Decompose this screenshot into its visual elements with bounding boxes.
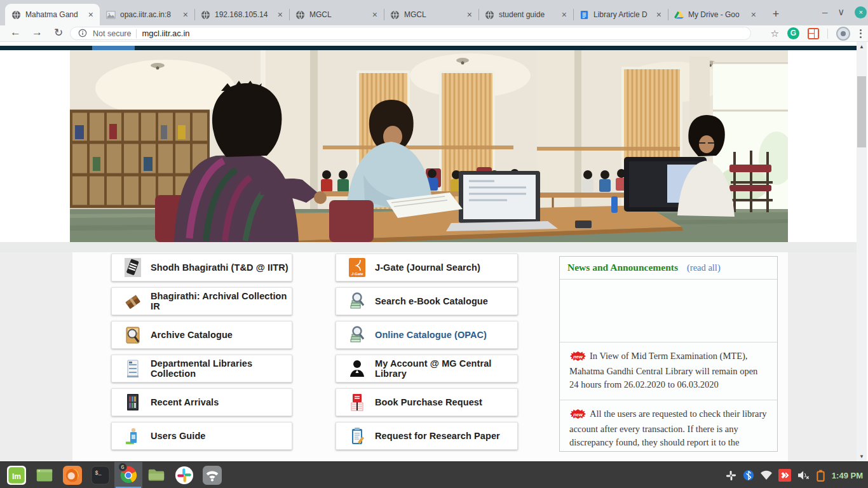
tray-anydesk-icon[interactable]	[778, 469, 791, 482]
profile-avatar[interactable]	[836, 27, 850, 41]
news-title: News and Announcements	[567, 262, 678, 273]
quick-link-j-gate-journal-search[interactable]: J-GateJ-Gate (Journal Search)	[336, 254, 518, 281]
tab-mgcl[interactable]: MGCL×	[289, 4, 384, 25]
read-all-link[interactable]: (read all)	[687, 262, 721, 273]
red-book-icon	[349, 393, 365, 412]
quick-link-recent-arrivals[interactable]: Recent Arrivals	[111, 388, 292, 416]
quick-link-online-catalogue-opac[interactable]: Online Catalogue (OPAC)	[336, 321, 518, 349]
quick-link-search-e-book-catalogue[interactable]: Search e-Book Catalogue	[336, 287, 518, 315]
address-bar[interactable]: Not secure mgcl.iitr.ac.in	[70, 27, 751, 40]
scrollbar-thumb[interactable]	[857, 76, 866, 147]
back-button[interactable]: ←	[10, 26, 21, 39]
tab-mahatma-gand[interactable]: Mahatma Gand×	[5, 4, 100, 25]
recent-shelf-icon	[125, 393, 141, 412]
tab-close-icon[interactable]: ×	[655, 10, 663, 19]
chrome-tab-count-badge: 6	[118, 463, 127, 471]
forward-button[interactable]: →	[32, 26, 43, 39]
quick-links-column-middle: J-GateJ-Gate (Journal Search)Search e-Bo…	[336, 254, 518, 456]
tray-volume-muted-icon[interactable]	[797, 470, 811, 481]
reload-button[interactable]: ↻	[54, 26, 63, 39]
tab-title: My Drive - Goo	[688, 10, 745, 19]
tray-wifi-icon[interactable]	[760, 470, 773, 480]
tab-close-icon[interactable]: ×	[87, 10, 95, 19]
tab-library-article-d[interactable]: Library Article D×	[573, 4, 668, 25]
page-scrollbar[interactable]: ▲ ▼	[857, 42, 867, 461]
dock-chrome-icon[interactable]: 6	[114, 462, 142, 488]
dock-network-app-icon[interactable]	[198, 462, 226, 488]
tab-close-icon[interactable]: ×	[750, 10, 757, 19]
tab-title: Mahatma Gand	[25, 10, 83, 19]
new-badge-icon: new	[569, 409, 587, 423]
quick-link-label: Bhagirathi: Archival Collection IR	[151, 291, 292, 311]
section-divider-band	[0, 242, 857, 252]
info-icon[interactable]	[78, 29, 88, 38]
browser-tab-strip: Mahatma Gand×opac.iitr.ac.in:8×192.168.1…	[0, 0, 868, 25]
tab-title: opac.iitr.ac.in:8	[120, 10, 177, 19]
quick-link-archive-catalogue[interactable]: Archive Catalogue	[111, 321, 292, 349]
dock-show-desktop-icon[interactable]	[31, 462, 58, 488]
site-nav-bar	[0, 46, 857, 50]
tab-close-icon[interactable]: ×	[560, 10, 568, 19]
svg-text:new: new	[573, 412, 583, 417]
bookmark-star-icon[interactable]: ☆	[771, 28, 779, 39]
quick-link-label: Online Catalogue (OPAC)	[375, 330, 487, 340]
dock-firefox-icon[interactable]	[58, 462, 86, 488]
dept-shelf-icon	[125, 359, 141, 378]
extension-icon[interactable]	[808, 28, 819, 39]
dock-mint-menu-icon[interactable]: lm	[3, 462, 31, 488]
news-marquee-gap	[560, 280, 777, 342]
google-drive-icon	[674, 10, 684, 20]
svg-text:lm: lm	[12, 472, 21, 481]
quick-link-book-purchase-request[interactable]: Book Purchase Request	[336, 388, 518, 416]
scroll-up-arrow-icon[interactable]: ▲	[857, 44, 867, 50]
globe-icon	[485, 10, 494, 20]
taskbar-clock[interactable]: 1:49 PM	[832, 462, 863, 488]
chrome-menu-icon[interactable]	[858, 28, 863, 39]
tray-battery-icon[interactable]	[817, 470, 825, 482]
window-controls: – ∨ ×	[822, 6, 867, 18]
tab-my-drive-goo[interactable]: My Drive - Goo×	[668, 4, 763, 25]
news-items: newIn View of Mid Term Examination (MTE)…	[560, 342, 777, 452]
security-status: Not secure	[93, 29, 131, 38]
quick-link-request-for-research-paper[interactable]: Request for Research Paper	[336, 422, 518, 450]
book-search-icon	[349, 292, 365, 311]
dock-files-icon[interactable]	[142, 462, 170, 488]
minimize-button[interactable]: –	[822, 6, 827, 18]
quick-link-label: Recent Arrivals	[151, 397, 219, 407]
quick-link-label: Search e-Book Catalogue	[375, 296, 488, 306]
tray-slack-tray-icon[interactable]	[725, 470, 737, 482]
tab-192-168-105-14[interactable]: 192.168.105.14×	[194, 4, 289, 25]
news-item: newAll the users are requested to check …	[560, 400, 777, 452]
grammarly-extension-icon[interactable]: G	[787, 27, 799, 39]
quick-link-users-guide[interactable]: Users Guide	[111, 422, 292, 450]
dock-terminal-icon[interactable]: $_	[86, 462, 114, 488]
quick-link-departmental-libraries-collection[interactable]: Departmental Libraries Collection	[111, 355, 292, 383]
quick-link-shodh-bhagirathi-t-d-iitr[interactable]: Shodh Bhagirathi (T&D @ IITR)	[111, 254, 292, 281]
tab-student-guide[interactable]: student guide×	[478, 4, 573, 25]
quick-link-label: Request for Research Paper	[375, 431, 500, 441]
tab-close-icon[interactable]: ×	[371, 10, 379, 19]
tab-opac-iitr-ac-in-8[interactable]: opac.iitr.ac.in:8×	[100, 4, 194, 25]
tab-close-icon[interactable]: ×	[276, 10, 284, 19]
tab-mgcl[interactable]: MGCL×	[384, 4, 478, 25]
quick-link-bhagirathi-archival-collection-ir[interactable]: Bhagirathi: Archival Collection IR	[111, 287, 292, 315]
quick-link-label: Users Guide	[151, 431, 206, 441]
close-button[interactable]: ×	[855, 6, 867, 18]
library-banner-photo	[70, 50, 788, 242]
tab-close-icon[interactable]: ×	[182, 10, 189, 19]
quick-link-my-account-mg-central-library[interactable]: My Account @ MG Central Library	[336, 355, 518, 383]
dock-slack-icon[interactable]	[170, 462, 198, 488]
quick-link-label: Departmental Libraries Collection	[151, 358, 292, 379]
news-panel-header: News and Announcements (read all)	[560, 257, 777, 280]
scroll-down-arrow-icon[interactable]: ▼	[857, 454, 867, 459]
restore-button[interactable]: ∨	[837, 6, 844, 18]
site-nav-active-item[interactable]	[92, 46, 135, 50]
tab-close-icon[interactable]: ×	[466, 10, 473, 19]
quick-link-label: J-Gate (Journal Search)	[375, 262, 480, 273]
new-tab-button[interactable]: +	[768, 6, 784, 23]
quick-link-label: Shodh Bhagirathi (T&D @ IITR)	[151, 262, 288, 273]
tray-bluetooth-icon[interactable]	[743, 470, 754, 481]
omnibox-divider	[136, 29, 137, 38]
globe-icon	[11, 10, 21, 20]
new-badge-icon: new	[569, 351, 587, 365]
